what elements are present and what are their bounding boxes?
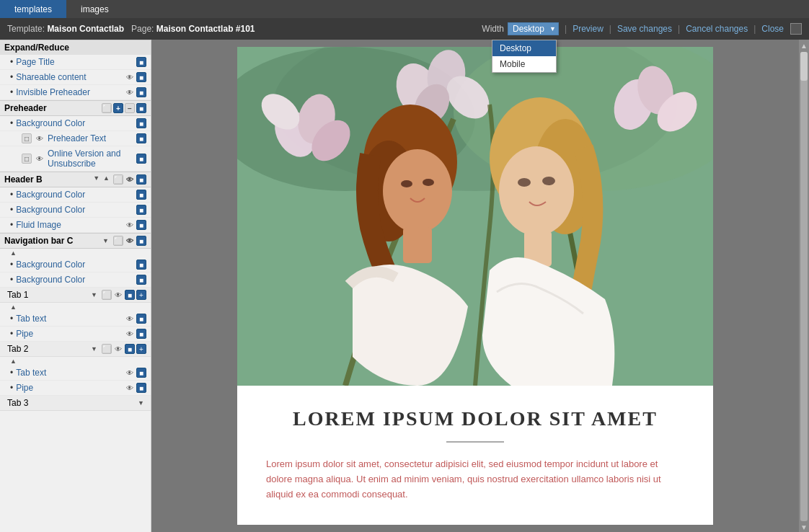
- invisible-preheader-settings-icon[interactable]: ■: [136, 87, 146, 97]
- preheader-minus-icon[interactable]: −: [125, 103, 135, 113]
- tab2-pipe-eye-icon[interactable]: 👁: [125, 383, 135, 393]
- scroll-up-arrow[interactable]: ▲: [800, 42, 808, 50]
- tab1-pipe-eye-icon[interactable]: 👁: [125, 329, 135, 339]
- close-box[interactable]: [790, 23, 802, 35]
- tab1-text-settings-icon[interactable]: ■: [136, 314, 146, 324]
- tab2-eye-icon[interactable]: 👁: [113, 344, 123, 354]
- preheader-add-icon[interactable]: +: [113, 103, 123, 113]
- header-b-down-arrow[interactable]: ▲: [103, 174, 110, 185]
- tab1-header: Tab 1 ▼ ⬜ 👁 ■ +: [0, 288, 151, 303]
- nav-bg1-settings-icon[interactable]: ■: [136, 260, 146, 270]
- nav-bar-c-collapse[interactable]: ▲: [0, 249, 151, 257]
- preheader-text-eye[interactable]: 👁: [35, 133, 45, 143]
- right-controls: Width Desktop Mobile ▼ | Preview | Save …: [482, 22, 802, 35]
- tab2-pipe-settings-icon[interactable]: ■: [136, 383, 146, 393]
- nav-bar-c-settings-icon[interactable]: ■: [136, 236, 146, 246]
- sidebar-item-preheader-bg[interactable]: • Background Color ■: [0, 116, 151, 131]
- preview-image: [237, 47, 713, 386]
- email-title: LOREM IPSUM DOLOR SIT AMET: [266, 407, 684, 430]
- tab1-screen-icon[interactable]: ⬜: [102, 290, 112, 300]
- email-body: Lorem ipsum dolor sit amet, consectetur …: [266, 457, 684, 502]
- page-title-settings-icon[interactable]: ■: [136, 57, 146, 67]
- sidebar-item-fluid-image[interactable]: • Fluid Image 👁 ■: [0, 218, 151, 233]
- header-b-screen-icon[interactable]: ⬜: [113, 174, 123, 185]
- preview-link[interactable]: Preview: [573, 24, 604, 34]
- tab1-collapse[interactable]: ▲: [0, 303, 151, 311]
- preheader-screen-icon[interactable]: ⬜: [102, 103, 112, 113]
- header-b-settings-icon[interactable]: ■: [136, 174, 146, 185]
- online-version-checkbox[interactable]: □: [22, 154, 32, 164]
- tab1-pipe-settings-icon[interactable]: ■: [136, 329, 146, 339]
- nav-bar-c-title: Navigation bar C: [4, 236, 100, 246]
- shareable-eye-icon[interactable]: 👁: [125, 72, 135, 82]
- sidebar-item-invisible-preheader[interactable]: • Invisible Preheader 👁 ■: [0, 85, 151, 100]
- expand-reduce-title: Expand/Reduce: [4, 43, 146, 53]
- tab2-collapse[interactable]: ▲: [0, 357, 151, 365]
- sidebar-item-tab2-pipe[interactable]: • Pipe 👁 ■: [0, 381, 151, 396]
- tab1-arrow[interactable]: ▼: [91, 291, 97, 298]
- sidebar-item-page-title[interactable]: • Page Title ■: [0, 55, 151, 70]
- svg-rect-20: [403, 227, 432, 263]
- width-dropdown: Desktop Mobile: [492, 40, 557, 73]
- sidebar-item-preheader-text[interactable]: □ 👁 Preheader Text ■: [0, 131, 151, 146]
- tab1-text-eye-icon[interactable]: 👁: [125, 314, 135, 324]
- tab2-settings-icon[interactable]: +: [136, 344, 146, 354]
- tab1-eye-icon[interactable]: 👁: [113, 290, 123, 300]
- sidebar-item-nav-bg1[interactable]: • Background Color ■: [0, 257, 151, 272]
- online-version-eye[interactable]: 👁: [35, 154, 45, 164]
- scroll-track: [800, 52, 808, 521]
- tab2-arrow[interactable]: ▼: [91, 345, 97, 353]
- sidebar-item-tab1-pipe[interactable]: • Pipe 👁 ■: [0, 327, 151, 342]
- nav-bar-c-arrow[interactable]: ▼: [102, 237, 109, 244]
- width-select-wrapper: Desktop Mobile ▼: [508, 22, 559, 35]
- tab3-arrow[interactable]: ▼: [138, 399, 144, 407]
- tab-images[interactable]: images: [66, 0, 123, 18]
- svg-point-17: [383, 149, 452, 233]
- header-b-up-arrow[interactable]: ▼: [93, 174, 100, 185]
- tab2-screen-icon[interactable]: ⬜: [102, 344, 112, 354]
- sidebar-item-online-version[interactable]: □ 👁 Online Version and Unsubscribe ■: [0, 146, 151, 172]
- content-area: LOREM IPSUM DOLOR SIT AMET Lorem ipsum d…: [151, 40, 799, 532]
- dropdown-mobile[interactable]: Mobile: [492, 56, 556, 72]
- online-version-settings-icon[interactable]: ■: [136, 154, 146, 164]
- sidebar-item-tab2-text[interactable]: • Tab text 👁 ■: [0, 365, 151, 381]
- preheader-settings-icon[interactable]: ■: [136, 103, 146, 113]
- tab2-text-settings-icon[interactable]: ■: [136, 368, 146, 378]
- scroll-down-arrow[interactable]: ▼: [800, 523, 808, 531]
- nav-bar-c-section-header: Navigation bar C ▼ ⬜ 👁 ■: [0, 233, 151, 249]
- tab2-text-eye-icon[interactable]: 👁: [125, 368, 135, 378]
- header-b-bg1-settings-icon[interactable]: ■: [136, 190, 146, 200]
- width-select[interactable]: Desktop Mobile: [508, 22, 559, 35]
- scroll-thumb[interactable]: [800, 52, 808, 81]
- save-changes-link[interactable]: Save changes: [617, 24, 672, 34]
- shareable-settings-icon[interactable]: ■: [136, 72, 146, 82]
- tab2-add-icon[interactable]: ■: [125, 344, 135, 354]
- header-b-eye-icon[interactable]: 👁: [125, 174, 135, 185]
- preheader-text-settings-icon[interactable]: ■: [136, 133, 146, 143]
- fluid-image-eye-icon[interactable]: 👁: [125, 220, 135, 230]
- close-link[interactable]: Close: [761, 24, 784, 34]
- preheader-bg-settings-icon[interactable]: ■: [136, 118, 146, 128]
- fluid-image-settings-icon[interactable]: ■: [136, 220, 146, 230]
- preheader-text-checkbox[interactable]: □: [22, 133, 32, 143]
- sidebar-item-header-b-bg1[interactable]: • Background Color ■: [0, 187, 151, 203]
- preheader-section-header: Preheader ⬜ + − ■: [0, 100, 151, 116]
- nav-bar-c-screen-icon[interactable]: ⬜: [113, 236, 123, 246]
- dropdown-desktop[interactable]: Desktop: [492, 40, 556, 56]
- header-b-bg2-settings-icon[interactable]: ■: [136, 205, 146, 215]
- cancel-changes-link[interactable]: Cancel changes: [686, 24, 748, 34]
- header-b-title: Header B: [4, 174, 91, 185]
- tab1-add-icon[interactable]: ■: [125, 290, 135, 300]
- nav-bg2-settings-icon[interactable]: ■: [136, 275, 146, 285]
- sidebar-item-header-b-bg2[interactable]: • Background Color ■: [0, 203, 151, 218]
- invisible-preheader-eye-icon[interactable]: 👁: [125, 87, 135, 97]
- sidebar-item-nav-bg2[interactable]: • Background Color ■: [0, 272, 151, 288]
- svg-point-18: [401, 180, 412, 187]
- tab1-settings-icon[interactable]: +: [136, 290, 146, 300]
- sidebar-item-shareable[interactable]: • Shareable content 👁 ■: [0, 70, 151, 85]
- right-scrollbar: ▲ ▼: [799, 40, 809, 532]
- tab-templates[interactable]: templates: [0, 0, 66, 18]
- nav-bar-c-eye-icon[interactable]: 👁: [125, 236, 135, 246]
- sidebar-item-tab1-text[interactable]: • Tab text 👁 ■: [0, 311, 151, 327]
- svg-point-19: [423, 179, 434, 186]
